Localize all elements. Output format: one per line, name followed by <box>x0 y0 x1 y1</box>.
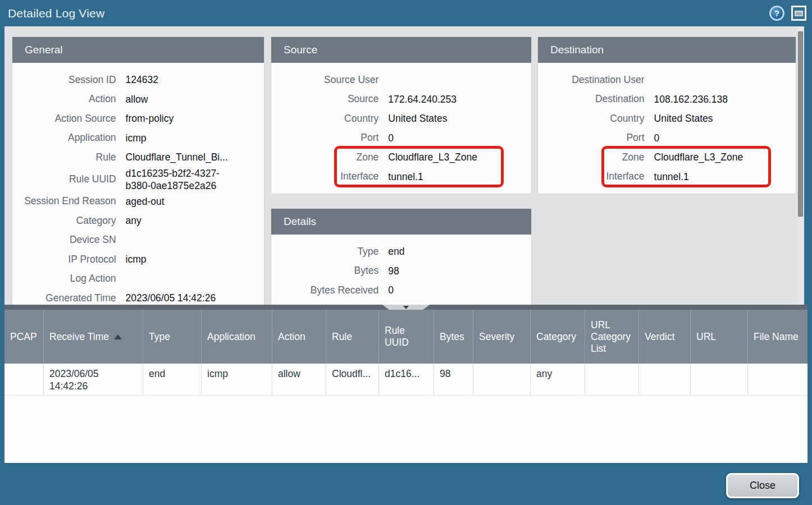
field-type: Typeend <box>271 242 531 261</box>
field-destination-country: CountryUnited States <box>538 109 796 128</box>
source-panel: Source Source User Source172.64.240.253 … <box>271 37 531 194</box>
col-header-url-category-list[interactable]: URL Category List <box>585 310 639 364</box>
field-source-interface: Interfacetunnel.1 <box>271 167 531 187</box>
col-header-file-name[interactable]: File Name <box>748 310 808 364</box>
panel-scrollbar-track[interactable] <box>797 26 804 305</box>
details-panel: Details Typeend Bytes98 Bytes Received0 <box>271 209 531 305</box>
field-session-id: Session ID124632 <box>12 70 264 90</box>
destination-panel-header: Destination <box>538 37 796 63</box>
field-source-zone: ZoneCloudflare_L3_Zone <box>271 148 531 167</box>
help-glyph: ? <box>774 9 779 18</box>
col-header-application[interactable]: Application <box>202 310 272 364</box>
cell-url <box>691 364 748 395</box>
log-detail-section: General Session ID124632 Actionallow Act… <box>4 26 804 305</box>
cell-type: end <box>143 364 202 395</box>
field-source: Source172.64.240.253 <box>271 90 531 109</box>
cell-bytes: 98 <box>434 364 473 395</box>
cell-receive-time: 2023/06/05 14:42:26 <box>44 364 143 395</box>
field-destination: Destination108.162.236.138 <box>538 90 796 109</box>
collapse-down-icon <box>403 306 409 309</box>
log-table-header: PCAP Receive Time Type Application Actio… <box>4 310 808 364</box>
splitter-collapse-handle[interactable] <box>382 305 430 310</box>
field-destination-user: Destination User <box>538 70 796 90</box>
field-session-end-reason: Session End Reasonaged-out <box>12 192 264 212</box>
field-action-source: Action Sourcefrom-policy <box>12 109 264 128</box>
field-source-port: Port0 <box>271 128 531 148</box>
cell-rule: Cloudfl... <box>326 364 379 395</box>
field-destination-zone: ZoneCloudflare_L3_Zone <box>538 148 796 167</box>
cell-verdict <box>639 364 691 395</box>
cell-file-name <box>748 364 808 395</box>
field-bytes-received: Bytes Received0 <box>271 281 531 300</box>
col-header-action[interactable]: Action <box>272 310 326 364</box>
field-generated-time: Generated Time2023/06/05 14:42:26 <box>12 288 264 305</box>
col-header-verdict[interactable]: Verdict <box>639 310 691 364</box>
maximize-glyph <box>795 11 803 16</box>
panel-scrollbar-thumb[interactable] <box>798 31 803 217</box>
field-device-sn: Device SN <box>12 231 264 250</box>
col-header-rule-uuid[interactable]: Rule UUID <box>379 310 434 364</box>
help-icon[interactable]: ? <box>769 6 784 21</box>
cell-rule-uuid: d1c16... <box>379 364 434 395</box>
cell-url-category-list <box>585 364 639 395</box>
dialog-title: Detailed Log View <box>0 7 104 20</box>
field-action: Actionallow <box>12 90 264 109</box>
dialog-titlebar: Detailed Log View ? <box>0 0 812 26</box>
field-log-action: Log Action <box>12 269 264 289</box>
cell-action: allow <box>272 364 326 395</box>
sort-ascending-icon <box>114 334 122 339</box>
close-button[interactable]: Close <box>726 473 799 498</box>
col-header-category[interactable]: Category <box>531 310 585 364</box>
cell-severity <box>473 364 531 395</box>
field-destination-port: Port0 <box>538 128 796 148</box>
section-splitter[interactable] <box>4 305 808 310</box>
maximize-icon[interactable] <box>791 6 806 21</box>
col-header-severity[interactable]: Severity <box>473 310 531 364</box>
cell-pcap <box>4 364 44 395</box>
details-panel-header: Details <box>271 209 531 235</box>
col-header-receive-time[interactable]: Receive Time <box>44 310 143 364</box>
field-category: Categoryany <box>12 211 264 231</box>
col-header-bytes[interactable]: Bytes <box>434 310 473 364</box>
log-table-row[interactable]: 2023/06/05 14:42:26 end icmp allow Cloud… <box>4 364 808 396</box>
field-ip-protocol: IP Protocolicmp <box>12 250 264 269</box>
cell-category: any <box>531 364 585 395</box>
field-rule-uuid: Rule UUIDd1c16235-b2f2-4327-b380-0ae1875… <box>12 167 264 192</box>
field-destination-interface: Interfacetunnel.1 <box>538 167 796 187</box>
field-application: Applicationicmp <box>12 128 264 148</box>
cell-application: icmp <box>202 364 272 395</box>
log-table: PCAP Receive Time Type Application Actio… <box>4 310 808 463</box>
col-header-type[interactable]: Type <box>143 310 202 364</box>
col-header-rule[interactable]: Rule <box>326 310 379 364</box>
field-source-user: Source User <box>271 70 531 90</box>
source-panel-header: Source <box>271 37 531 63</box>
general-panel: General Session ID124632 Actionallow Act… <box>12 37 264 305</box>
col-header-pcap[interactable]: PCAP <box>4 310 44 364</box>
field-rule: RuleCloudflare_Tunnel_Bi... <box>12 148 264 167</box>
field-bytes: Bytes98 <box>271 261 531 281</box>
general-panel-header: General <box>12 37 264 63</box>
destination-panel: Destination Destination User Destination… <box>538 37 796 194</box>
field-source-country: CountryUnited States <box>271 109 531 128</box>
col-header-url[interactable]: URL <box>691 310 748 364</box>
